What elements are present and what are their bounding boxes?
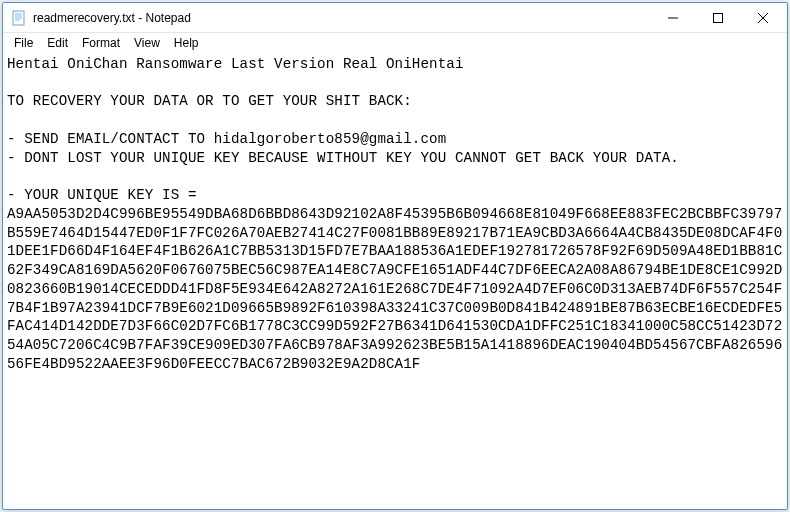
text-line: - SEND EMAIL/CONTACT TO hidalgoroberto85…	[7, 131, 446, 147]
menu-help[interactable]: Help	[167, 34, 206, 52]
window-controls	[650, 3, 785, 32]
notepad-icon	[11, 10, 27, 26]
text-line: Hentai OniChan Ransomware Last Version R…	[7, 56, 464, 72]
text-line: - DONT LOST YOUR UNIQUE KEY BECAUSE WITH…	[7, 150, 679, 166]
text-line: - YOUR UNIQUE KEY IS =	[7, 187, 197, 203]
menubar: File Edit Format View Help	[3, 33, 787, 53]
svg-rect-6	[713, 13, 722, 22]
close-button[interactable]	[740, 3, 785, 32]
menu-edit[interactable]: Edit	[40, 34, 75, 52]
notepad-window: readmerecovery.txt - Notepad File Edit F…	[2, 2, 788, 510]
menu-format[interactable]: Format	[75, 34, 127, 52]
window-title: readmerecovery.txt - Notepad	[33, 11, 650, 25]
maximize-button[interactable]	[695, 3, 740, 32]
minimize-button[interactable]	[650, 3, 695, 32]
menu-view[interactable]: View	[127, 34, 167, 52]
unique-key-block: A9AA5053D2D4C996BE95549DBA68D6BBD8643D92…	[7, 206, 782, 372]
text-area[interactable]: Hentai OniChan Ransomware Last Version R…	[3, 53, 787, 509]
menu-file[interactable]: File	[7, 34, 40, 52]
text-line: TO RECOVERY YOUR DATA OR TO GET YOUR SHI…	[7, 93, 412, 109]
titlebar[interactable]: readmerecovery.txt - Notepad	[3, 3, 787, 33]
